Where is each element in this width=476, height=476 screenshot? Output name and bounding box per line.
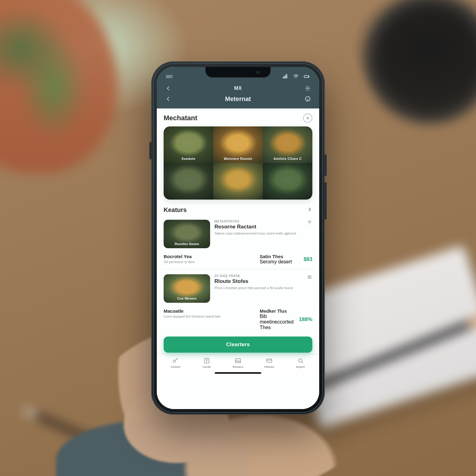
dish-caption: Ssedote bbox=[182, 157, 196, 161]
list-item[interactable]: Coe Mesore 2S Sige Frase Rloute Stofes P… bbox=[157, 271, 319, 306]
svg-rect-0 bbox=[304, 76, 308, 78]
stat-right-sub: Bib meetineccorted Thes bbox=[260, 314, 299, 330]
stat-left-sub: Coen basqeet fird Dersicen lased tets bbox=[164, 315, 255, 318]
stat-left-label: Bocrotel Yea bbox=[164, 254, 255, 259]
stat-right-sub: Seromy desert bbox=[260, 259, 292, 265]
list-title: Resorne Ractant bbox=[214, 224, 302, 230]
primary-cta-button[interactable]: Clearters bbox=[164, 337, 312, 353]
header-row-2: Meternat bbox=[157, 94, 319, 108]
stat-row: Macoatle Coen basqeet fird Dersicen lase… bbox=[157, 306, 319, 333]
gallery-dish[interactable]: Amilets Clises C bbox=[263, 126, 312, 163]
svg-point-5 bbox=[308, 98, 309, 99]
gallery-dish[interactable]: Wonnore Rooste bbox=[213, 126, 263, 163]
signal-icon bbox=[281, 73, 289, 81]
page-title: Meternat bbox=[172, 95, 304, 103]
list-thumb: Rucetes Sooes bbox=[164, 220, 210, 248]
list-info: 2S Sige Frase Rloute Stofes Poce s foret… bbox=[214, 274, 302, 290]
tab-item[interactable]: Ffetoes bbox=[253, 357, 285, 368]
svg-point-3 bbox=[306, 97, 310, 101]
svg-point-2 bbox=[307, 88, 309, 89]
wifi-icon bbox=[292, 73, 300, 81]
merchant-section: Mechatant Ssedote Wonnore Rooste Amilets… bbox=[157, 108, 319, 201]
list-info: Metaatostas Resorne Ractant Takere usse … bbox=[214, 220, 302, 236]
battery-icon bbox=[302, 73, 311, 81]
help-button[interactable] bbox=[304, 95, 312, 103]
stat-left-sub: Tel perresoer ty ders bbox=[164, 260, 255, 264]
list-desc: Poce s foretole prece htte peocset a Bt … bbox=[214, 286, 302, 290]
stat-right-label: Satin Thes bbox=[260, 254, 292, 259]
header-brand: MX bbox=[172, 86, 304, 91]
key-icon bbox=[171, 357, 179, 364]
stat-row: Bocrotel Yea Tel perresoer ty ders Satin… bbox=[157, 252, 319, 268]
card-icon bbox=[265, 357, 273, 364]
gallery-dish[interactable] bbox=[164, 163, 213, 200]
filter-icon[interactable] bbox=[307, 220, 312, 227]
image-icon bbox=[234, 357, 242, 364]
tab-label: Ffetoes bbox=[264, 365, 274, 368]
list-kicker: Metaatostas bbox=[214, 220, 302, 223]
svg-rect-9 bbox=[236, 359, 241, 363]
side-button bbox=[149, 142, 152, 159]
svg-rect-1 bbox=[309, 76, 309, 77]
ambient-plant bbox=[0, 0, 118, 174]
tab-item[interactable]: Rsotacs bbox=[223, 357, 254, 368]
svg-point-4 bbox=[307, 98, 307, 99]
phone-frame: 380 MX Meternat bbox=[151, 61, 325, 415]
tab-bar: Cenent Cacke Rsotacs Ffetoes Deport bbox=[157, 354, 319, 370]
gallery-dish[interactable] bbox=[213, 163, 263, 200]
home-indicator[interactable] bbox=[215, 372, 261, 374]
thumb-caption: Coe Mesore bbox=[177, 297, 196, 300]
list-thumb: Coe Mesore bbox=[164, 274, 210, 303]
content-scroll[interactable]: Mechatant Ssedote Wonnore Rooste Amilets… bbox=[157, 108, 319, 409]
svg-point-7 bbox=[173, 360, 175, 362]
status-clock: 380 bbox=[165, 74, 173, 79]
tab-item[interactable]: Cenent bbox=[160, 357, 191, 368]
list-item[interactable]: Rucetes Sooes Metaatostas Resorne Ractan… bbox=[157, 216, 319, 252]
svg-rect-10 bbox=[267, 359, 272, 363]
info-button[interactable] bbox=[303, 113, 312, 123]
back-button[interactable] bbox=[164, 84, 172, 92]
tab-label: Cenent bbox=[171, 365, 180, 368]
stat-right-label: Medker Tlus bbox=[260, 308, 299, 314]
list-title: Rloute Stofes bbox=[214, 278, 302, 284]
menu-icon[interactable] bbox=[307, 274, 312, 281]
list-kicker: 2S Sige Frase bbox=[214, 274, 302, 278]
divider bbox=[164, 269, 312, 269]
ambient-coffee-cup bbox=[364, 0, 476, 124]
stat-left-label: Macoatle bbox=[164, 308, 255, 314]
list-desc: Takere usse callesecerveret hooy cared r… bbox=[214, 231, 302, 236]
search-icon bbox=[297, 357, 305, 364]
gallery-dish[interactable]: Ssedote bbox=[164, 126, 213, 163]
side-button bbox=[324, 182, 327, 219]
stat-price: $83 bbox=[304, 256, 312, 262]
keaturs-header[interactable]: Keaturs bbox=[157, 201, 319, 216]
merchant-heading: Mechatant bbox=[164, 114, 197, 122]
svg-point-11 bbox=[298, 359, 302, 362]
tab-item[interactable]: Deport bbox=[285, 357, 316, 368]
dish-caption: Amilets Clises C bbox=[273, 157, 302, 161]
dish-caption: Wonnore Rooste bbox=[224, 157, 252, 161]
tab-label: Cacke bbox=[203, 365, 211, 368]
tab-item[interactable]: Cacke bbox=[191, 357, 223, 368]
back-button-secondary[interactable] bbox=[164, 95, 172, 103]
stat-price: 188% bbox=[299, 316, 312, 323]
food-gallery[interactable]: Ssedote Wonnore Rooste Amilets Clises C bbox=[164, 126, 312, 200]
phone-notch bbox=[205, 67, 271, 77]
square-t-icon bbox=[203, 357, 211, 364]
chevron-right-icon bbox=[307, 207, 312, 214]
side-button bbox=[324, 154, 327, 176]
header-row-1: MX bbox=[157, 81, 319, 94]
settings-button[interactable] bbox=[304, 84, 312, 92]
tab-label: Deport bbox=[296, 365, 305, 368]
gallery-dish[interactable] bbox=[263, 163, 312, 200]
thumb-caption: Rucetes Sooes bbox=[175, 242, 199, 246]
phone-screen: 380 MX Meternat bbox=[157, 67, 319, 409]
tab-label: Rsotacs bbox=[232, 365, 243, 368]
svg-point-6 bbox=[307, 117, 309, 119]
keaturs-heading: Keaturs bbox=[164, 206, 187, 214]
